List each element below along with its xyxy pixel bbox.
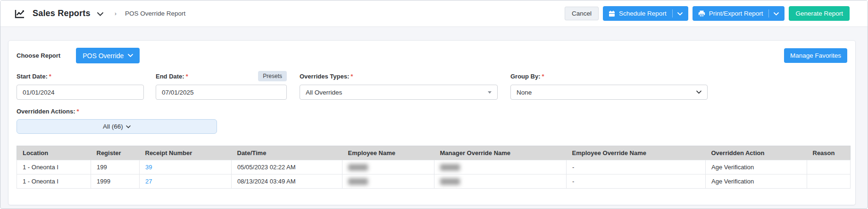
column-header: Register	[91, 146, 140, 160]
table-header-row: LocationRegisterReceipt NumberDate/TimeE…	[17, 146, 851, 160]
end-date-label: End Date:	[156, 73, 184, 80]
group-by-field: Group By: * None	[510, 72, 708, 100]
overridden-actions-dropdown[interactable]: All (66)	[17, 119, 217, 134]
top-bar: Sales Reports › POS Override Report Canc…	[0, 0, 868, 27]
table-cell[interactable]: 27	[140, 174, 232, 189]
chevron-down-icon	[128, 54, 133, 57]
report-selector-dropdown[interactable]: POS Override	[76, 48, 140, 63]
overridden-actions-field: Overridden Actions: * All (66)	[17, 108, 847, 134]
choose-report-row: Choose Report POS Override Manage Favori…	[17, 48, 847, 63]
required-mark: *	[351, 73, 353, 80]
redacted-name	[348, 164, 368, 171]
print-export-button[interactable]: Print/Export Report	[693, 6, 785, 21]
table-row: 1 - Oneonta I19992708/13/2024 03:49 AM-A…	[17, 174, 851, 189]
overrides-types-dropdown[interactable]: All Overrides	[300, 85, 498, 100]
print-export-label: Print/Export Report	[709, 10, 763, 17]
overridden-actions-value: All (66)	[103, 123, 123, 130]
chevron-right-icon: ›	[115, 10, 117, 17]
report-card: Choose Report POS Override Manage Favori…	[8, 40, 856, 205]
report-table-body: 1 - Oneonta I1993905/05/2023 02:22 AM-Ag…	[17, 160, 851, 189]
table-cell: 1999	[91, 174, 140, 189]
table-header: LocationRegisterReceipt NumberDate/TimeE…	[17, 146, 851, 160]
table-row: 1 - Oneonta I1993905/05/2023 02:22 AM-Ag…	[17, 160, 851, 174]
table-cell	[807, 174, 851, 189]
table-cell	[342, 174, 434, 189]
chevron-down-icon[interactable]	[774, 10, 779, 17]
printer-icon	[698, 10, 705, 17]
button-divider	[768, 9, 769, 17]
table-cell	[342, 160, 434, 174]
table-cell	[434, 160, 567, 174]
manage-favorites-button[interactable]: Manage Favorites	[784, 48, 847, 63]
group-by-select[interactable]: None	[510, 85, 708, 100]
table-cell: -	[567, 174, 706, 189]
required-mark: *	[186, 73, 188, 80]
table-cell: Age Verification	[706, 160, 807, 174]
column-header: Receipt Number	[140, 146, 232, 160]
generate-report-button[interactable]: Generate Report	[789, 6, 850, 21]
table-cell: -	[567, 160, 706, 174]
overridden-actions-label: Overridden Actions:	[17, 108, 75, 115]
chevron-down-icon[interactable]	[677, 10, 683, 17]
table-cell: 05/05/2023 02:22 AM	[232, 160, 342, 174]
column-header: Location	[17, 146, 91, 160]
report-table: LocationRegisterReceipt NumberDate/TimeE…	[17, 146, 851, 189]
redacted-name	[348, 178, 368, 185]
chevron-down-icon[interactable]	[97, 12, 103, 16]
end-date-field: End Date: * Presets	[156, 72, 287, 100]
column-header: Employee Name	[342, 146, 434, 160]
column-header: Overridden Action	[706, 146, 807, 160]
breadcrumb: Sales Reports › POS Override Report	[15, 9, 185, 19]
table-cell: Age Verification	[706, 174, 807, 189]
button-divider	[672, 9, 673, 17]
required-mark: *	[542, 73, 544, 80]
table-cell: 08/13/2024 03:49 AM	[232, 174, 342, 189]
table-cell[interactable]: 39	[140, 160, 232, 174]
required-mark: *	[49, 73, 51, 80]
overrides-types-value: All Overrides	[306, 89, 342, 96]
receipt-number-link[interactable]: 39	[145, 164, 152, 171]
header-actions: Cancel Schedule Report Print/Export Repo…	[565, 6, 850, 21]
choose-report-label: Choose Report	[17, 52, 60, 59]
schedule-report-label: Schedule Report	[619, 10, 667, 17]
cancel-button[interactable]: Cancel	[565, 7, 599, 20]
table-cell: 199	[91, 160, 140, 174]
group-by-label: Group By:	[510, 73, 541, 80]
table-cell	[807, 160, 851, 174]
redacted-name	[440, 178, 460, 185]
start-date-field: Start Date: *	[17, 72, 144, 100]
column-header: Manager Override Name	[434, 146, 567, 160]
table-cell: 1 - Oneonta I	[17, 174, 91, 189]
chevron-down-icon	[126, 125, 131, 129]
breadcrumb-current: POS Override Report	[125, 10, 185, 17]
table-cell: 1 - Oneonta I	[17, 160, 91, 174]
app-window: Sales Reports › POS Override Report Canc…	[0, 0, 868, 209]
column-header: Reason	[807, 146, 851, 160]
redacted-name	[440, 164, 460, 171]
overrides-types-label: Overrides Types:	[300, 73, 349, 80]
start-date-label: Start Date:	[17, 73, 48, 80]
table-cell	[434, 174, 567, 189]
report-selector-value: POS Override	[83, 52, 124, 60]
page-title: Sales Reports	[33, 9, 91, 18]
filters-row: Start Date: * End Date: * Presets Overri…	[17, 72, 847, 100]
column-header: Date/Time	[232, 146, 342, 160]
presets-button[interactable]: Presets	[258, 71, 287, 81]
end-date-input[interactable]	[156, 85, 287, 100]
dropdown-arrow-icon	[488, 91, 492, 94]
group-by-value: None	[517, 89, 532, 96]
start-date-input[interactable]	[17, 85, 144, 100]
receipt-number-link[interactable]: 27	[145, 178, 152, 185]
chevron-down-icon	[696, 90, 701, 94]
schedule-report-button[interactable]: Schedule Report	[603, 6, 688, 21]
overrides-types-field: Overrides Types: * All Overrides	[300, 72, 498, 100]
calendar-icon	[609, 10, 615, 17]
chart-line-icon	[15, 9, 25, 19]
column-header: Employee Override Name	[567, 146, 706, 160]
required-mark: *	[76, 108, 79, 115]
